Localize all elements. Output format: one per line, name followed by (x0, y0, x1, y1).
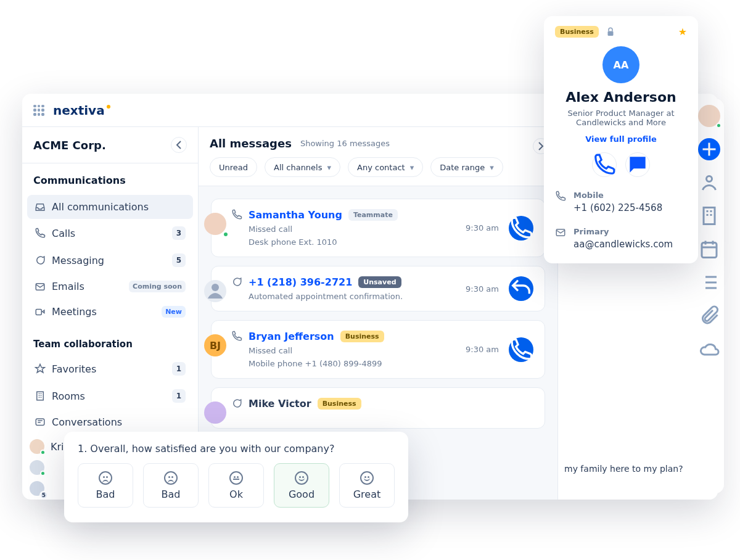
face-sad-icon (164, 471, 178, 485)
card-line1: Automated appointment confirmation. (249, 292, 403, 301)
option-label: Good (289, 488, 314, 500)
profile-badge: Business (555, 26, 599, 38)
message-list: Samantha YoungTeammate Missed call Desk … (199, 186, 557, 450)
survey-option-great[interactable]: Great (339, 463, 395, 508)
profile-role: Senior Product Manager at Candlewicks an… (555, 109, 687, 127)
rail-cloud-icon[interactable] (698, 338, 720, 360)
filters: Unread All channels▾ Any contact▾ Date r… (210, 157, 546, 177)
collapse-sidebar-button[interactable] (171, 137, 187, 153)
svg-rect-3 (37, 392, 44, 400)
call-button[interactable] (509, 337, 533, 362)
brand-dot-icon (107, 105, 110, 109)
chevron-down-icon: ▾ (490, 163, 494, 172)
profile-name: Alex Anderson (555, 89, 687, 105)
survey-option-ok[interactable]: Ok (208, 463, 264, 508)
nav-calls[interactable]: Calls 3 (27, 220, 193, 246)
option-label: Great (353, 488, 381, 500)
mail-icon (35, 281, 46, 292)
nav-meetings[interactable]: Meetings New (27, 300, 193, 324)
rail-avatar[interactable] (698, 105, 720, 127)
svg-rect-7 (704, 208, 715, 224)
nav-label: Conversations (52, 416, 122, 428)
message-card[interactable]: Samantha YoungTeammate Missed call Desk … (211, 199, 545, 257)
nav-chip: New (162, 306, 186, 318)
survey-question: 1. Overall, how satisfied are you with o… (78, 443, 395, 455)
nav-count: 1 (172, 389, 186, 403)
profile-call-button[interactable] (592, 152, 617, 177)
filter-label: Unread (219, 163, 248, 172)
content-subtitle: Showing 16 messages (300, 139, 390, 148)
email-value: aa@candlewicks.com (574, 239, 673, 250)
avatar (204, 401, 226, 424)
card-badge: Unsaved (358, 276, 401, 288)
survey-card: 1. Overall, how satisfied are you with o… (64, 432, 408, 522)
rail-calendar-icon[interactable] (698, 238, 720, 260)
mail-icon (555, 227, 566, 238)
nav-all-communications[interactable]: All communications (27, 195, 193, 219)
filter-date[interactable]: Date range▾ (430, 157, 503, 177)
nav-favorites[interactable]: Favorites 1 (27, 356, 193, 382)
nav-rooms[interactable]: Rooms 1 (27, 383, 193, 409)
survey-option-bad[interactable]: Bad (143, 463, 199, 508)
survey-option-good[interactable]: Good (274, 463, 329, 508)
card-badge: Business (318, 398, 361, 410)
chevron-down-icon: ▾ (410, 163, 414, 172)
filter-contact[interactable]: Any contact▾ (348, 157, 423, 177)
apps-grid-icon[interactable] (33, 105, 44, 116)
rail-list-icon[interactable] (698, 271, 720, 294)
filter-channels[interactable]: All channels▾ (265, 157, 340, 177)
nav-conversations[interactable]: Conversations (27, 410, 193, 434)
presence-dot-icon (40, 471, 46, 476)
call-button[interactable] (509, 216, 533, 241)
presence-dot-icon (716, 123, 722, 128)
profile-view-link[interactable]: View full profile (555, 134, 687, 144)
card-line1: Missed call (249, 346, 384, 355)
nav-count: 3 (172, 226, 186, 240)
nav-chip: Coming soon (129, 281, 186, 292)
brand-name: nextiva (53, 103, 105, 118)
chat-icon (35, 255, 46, 266)
star-icon[interactable]: ★ (678, 26, 687, 38)
face-smile-icon (360, 471, 374, 485)
rail-attachment-icon[interactable] (698, 305, 720, 327)
message-card[interactable]: Mike VictorBusiness (211, 387, 545, 429)
nav-messaging[interactable]: Messaging 5 (27, 247, 193, 273)
section-communications-title: Communications (22, 163, 198, 191)
option-label: Ok (229, 488, 243, 500)
nav-count: 1 (172, 362, 186, 376)
card-badge: Business (340, 331, 384, 342)
org-header: ACME Corp. (22, 127, 198, 163)
card-name: Samantha Young (249, 209, 342, 221)
building-icon (35, 390, 46, 401)
nav-team: Favorites 1 Rooms 1 Conversations (22, 353, 198, 439)
chevron-down-icon: ▾ (327, 163, 332, 172)
svg-rect-9 (607, 31, 613, 36)
brand-logo: nextiva (53, 103, 110, 118)
content-header: All messages Showing 16 messages Unread … (199, 127, 557, 186)
avatar (204, 213, 226, 235)
profile-card: Business ★ AA Alex Anderson Senior Produ… (544, 16, 698, 263)
rail-add-button[interactable] (698, 138, 720, 160)
card-name: Mike Victor (249, 398, 311, 410)
rail-building-icon[interactable] (698, 205, 720, 227)
nav-label: Favorites (52, 363, 96, 375)
phone-icon (231, 331, 242, 342)
reply-button[interactable] (509, 276, 533, 301)
profile-message-button[interactable] (625, 152, 650, 177)
rail-profile-icon[interactable] (698, 171, 720, 194)
right-rail (694, 99, 724, 493)
card-badge: Teammate (348, 209, 398, 221)
message-card[interactable]: BJ Bryan JeffersonBusiness Missed call M… (211, 320, 545, 379)
avatar: 5 (30, 481, 44, 496)
phone-icon (35, 228, 46, 239)
survey-option-bad[interactable]: Bad (78, 463, 133, 508)
chat-icon (231, 276, 242, 287)
svg-rect-2 (36, 309, 41, 315)
nav-communications: All communications Calls 3 Messaging 5 E… (22, 191, 198, 327)
message-card[interactable]: +1 (218) 396-2721Unsaved Automated appoi… (211, 266, 545, 311)
svg-rect-8 (702, 243, 717, 258)
avatar (204, 280, 226, 302)
nav-emails[interactable]: Emails Coming soon (27, 274, 193, 299)
org-name: ACME Corp. (33, 139, 106, 152)
filter-unread[interactable]: Unread (210, 157, 257, 177)
